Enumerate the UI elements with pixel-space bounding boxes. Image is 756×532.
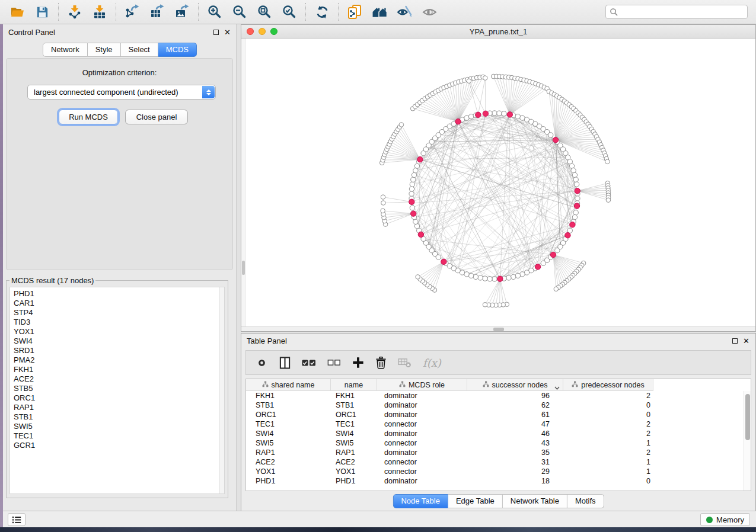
network-node[interactable] bbox=[571, 168, 576, 173]
mcds-result-item[interactable]: STB5 bbox=[14, 384, 224, 393]
network-node[interactable] bbox=[381, 195, 385, 200]
column-header-mcds-role[interactable]: MCDS role bbox=[377, 379, 467, 391]
import-network-button[interactable] bbox=[64, 2, 85, 22]
network-hscroll-thumb[interactable] bbox=[493, 328, 504, 331]
network-canvas[interactable] bbox=[241, 39, 755, 326]
tab-network-table[interactable]: Network Table bbox=[503, 494, 567, 508]
tab-edge-table[interactable]: Edge Table bbox=[448, 494, 503, 508]
network-vertical-scrollbar[interactable] bbox=[241, 39, 245, 326]
mcds-result-item[interactable]: FKH1 bbox=[14, 365, 224, 374]
tab-mcds[interactable]: MCDS bbox=[158, 43, 197, 57]
table-row[interactable]: RAP1RAP1dominator352 bbox=[246, 448, 744, 457]
network-node[interactable] bbox=[515, 273, 520, 278]
zoom-selected-button[interactable] bbox=[279, 2, 300, 22]
network-vscroll-thumb[interactable] bbox=[242, 261, 245, 275]
network-node[interactable] bbox=[412, 172, 416, 177]
network-horizontal-scrollbar[interactable] bbox=[241, 326, 755, 331]
table-row[interactable]: YOX1YOX1connector291 bbox=[246, 467, 744, 476]
network-node[interactable] bbox=[573, 177, 578, 182]
network-node[interactable] bbox=[492, 277, 497, 281]
zoom-out-button[interactable] bbox=[229, 2, 250, 22]
result-list-scrollbar[interactable] bbox=[219, 287, 224, 493]
zoom-in-button[interactable] bbox=[204, 2, 225, 22]
dominator-node[interactable] bbox=[497, 276, 503, 281]
table-row[interactable]: SWI5SWI5connector431 bbox=[246, 438, 744, 448]
column-header-predecessor-nodes[interactable]: predecessor nodes bbox=[563, 379, 653, 391]
mcds-result-item[interactable]: SRD1 bbox=[14, 346, 224, 355]
dominator-node[interactable] bbox=[476, 112, 481, 117]
table-options-gear-button[interactable] bbox=[256, 357, 268, 369]
node-table[interactable]: shared namenameMCDS rolesuccessor nodesp… bbox=[245, 379, 751, 491]
mcds-result-item[interactable]: ACE2 bbox=[14, 374, 224, 384]
table-row[interactable]: TEC1TEC1connector472 bbox=[246, 419, 744, 429]
network-node[interactable] bbox=[548, 133, 553, 137]
network-node[interactable] bbox=[511, 274, 516, 279]
open-session-button[interactable] bbox=[7, 2, 28, 22]
table-row[interactable]: ACE2ACE2connector311 bbox=[246, 457, 744, 467]
import-table-button[interactable] bbox=[89, 2, 110, 22]
zoom-fit-button[interactable] bbox=[254, 2, 275, 22]
mcds-result-item[interactable]: TEC1 bbox=[14, 431, 224, 441]
network-node[interactable] bbox=[506, 275, 511, 280]
refresh-view-button[interactable] bbox=[311, 2, 333, 22]
network-node[interactable] bbox=[606, 198, 611, 203]
network-node[interactable] bbox=[468, 114, 473, 119]
table-row[interactable]: FKH1FKH1dominator962 bbox=[246, 391, 744, 400]
dominator-node[interactable] bbox=[565, 233, 570, 238]
network-node[interactable] bbox=[554, 287, 559, 291]
column-header-successor-nodes[interactable]: successor nodes bbox=[467, 379, 563, 391]
show-columns-button[interactable] bbox=[279, 357, 291, 369]
network-node[interactable] bbox=[413, 219, 418, 224]
network-node[interactable] bbox=[492, 111, 497, 116]
select-all-button[interactable] bbox=[302, 359, 316, 367]
dominator-node[interactable] bbox=[507, 112, 512, 117]
close-panel-button[interactable]: Close panel bbox=[125, 110, 188, 124]
deselect-all-button[interactable] bbox=[327, 359, 341, 366]
sort-descending-icon[interactable] bbox=[554, 383, 560, 392]
dominator-node[interactable] bbox=[553, 137, 558, 143]
new-network-from-selection-button[interactable] bbox=[344, 2, 365, 22]
close-panel-icon[interactable]: ✕ bbox=[743, 337, 749, 345]
network-node[interactable] bbox=[605, 159, 610, 164]
first-neighbors-button[interactable] bbox=[369, 2, 390, 22]
tab-node-table[interactable]: Node Table bbox=[393, 494, 448, 508]
mcds-result-item[interactable]: RAP1 bbox=[14, 403, 224, 412]
table-row[interactable]: PHD1PHD1dominator180 bbox=[246, 476, 744, 486]
table-row[interactable]: SWI4SWI4dominator462 bbox=[246, 429, 744, 438]
table-row[interactable]: STB1STB1dominator620 bbox=[246, 400, 744, 410]
network-node[interactable] bbox=[483, 276, 487, 281]
dominator-node[interactable] bbox=[441, 259, 446, 264]
network-node[interactable] bbox=[541, 261, 546, 265]
search-box[interactable] bbox=[605, 5, 748, 19]
network-node[interactable] bbox=[467, 79, 471, 84]
mcds-result-item[interactable]: PMA2 bbox=[14, 355, 224, 365]
network-node[interactable] bbox=[497, 111, 502, 116]
dominator-node[interactable] bbox=[455, 119, 461, 124]
network-node[interactable] bbox=[487, 277, 492, 281]
mcds-result-item[interactable]: STB1 bbox=[14, 412, 224, 422]
column-header-shared-name[interactable]: shared name bbox=[246, 379, 331, 391]
dominator-node[interactable] bbox=[575, 188, 580, 194]
network-node[interactable] bbox=[483, 303, 487, 307]
close-panel-icon[interactable]: ✕ bbox=[224, 28, 231, 36]
network-node[interactable] bbox=[381, 209, 385, 213]
mcds-result-item[interactable]: SWI5 bbox=[14, 422, 224, 431]
network-node[interactable] bbox=[502, 111, 506, 116]
network-node[interactable] bbox=[381, 201, 386, 206]
mcds-result-item[interactable]: PHD1 bbox=[14, 289, 224, 299]
tab-select[interactable]: Select bbox=[121, 43, 158, 57]
network-node[interactable] bbox=[399, 123, 404, 127]
table-vertical-scrollbar[interactable] bbox=[744, 391, 751, 491]
float-window-icon[interactable] bbox=[213, 30, 219, 35]
export-table-button[interactable] bbox=[146, 2, 168, 22]
dominator-node[interactable] bbox=[550, 252, 556, 257]
tab-network[interactable]: Network bbox=[43, 43, 88, 57]
dominator-node[interactable] bbox=[483, 111, 488, 116]
column-header-name[interactable]: name bbox=[331, 379, 377, 391]
dominator-node[interactable] bbox=[411, 211, 416, 216]
dominator-node[interactable] bbox=[570, 222, 575, 227]
hide-graphics-details-button[interactable] bbox=[394, 2, 415, 22]
table-vscroll-thumb[interactable] bbox=[745, 394, 750, 440]
tab-motifs[interactable]: Motifs bbox=[567, 494, 604, 508]
network-graph[interactable] bbox=[241, 39, 755, 326]
